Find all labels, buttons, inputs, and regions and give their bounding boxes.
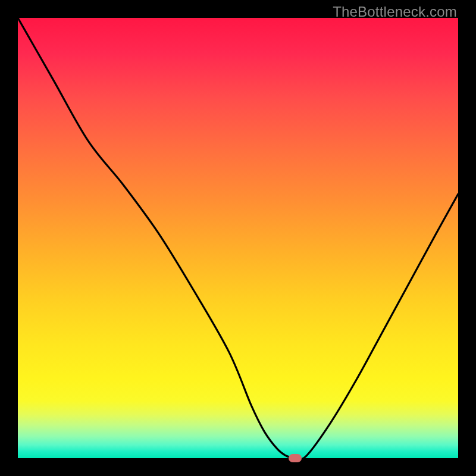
- bottleneck-curve-path: [18, 18, 458, 458]
- chart-container: TheBottleneck.com: [0, 0, 476, 476]
- curve-svg: [18, 18, 458, 458]
- plot-area: [18, 18, 458, 458]
- optimal-point-marker: [289, 454, 302, 462]
